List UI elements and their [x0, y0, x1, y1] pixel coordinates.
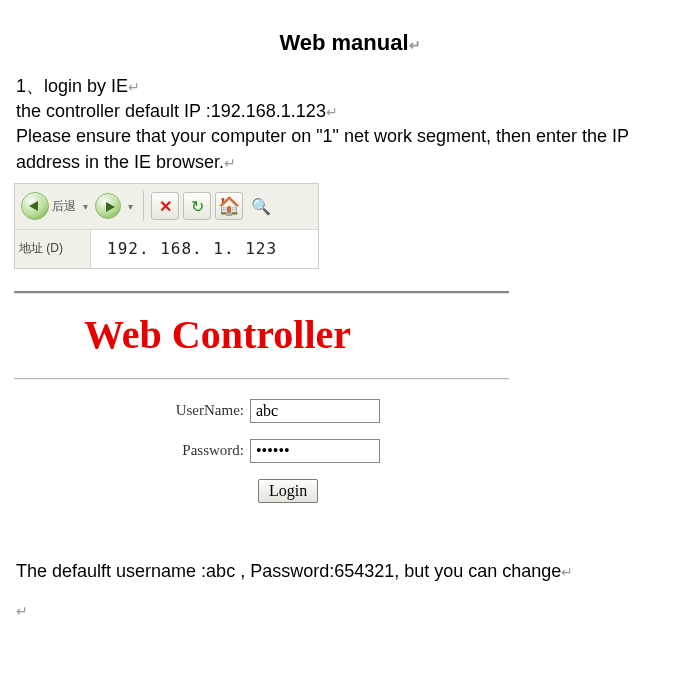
home-button[interactable]: 🏠 [215, 192, 243, 220]
line-break-mark: ↵ [224, 155, 236, 171]
toolbar-separator [143, 191, 144, 221]
back-icon [21, 192, 49, 220]
login-heading: Web Controller [14, 293, 509, 366]
address-label: 地址 (D) [15, 230, 91, 268]
line-break-mark: ↵ [16, 603, 28, 619]
chevron-down-icon[interactable] [124, 201, 136, 212]
footer-line: The defaulft username :abc , Password:65… [16, 561, 561, 581]
login-button-row: Login [14, 471, 509, 503]
stop-button[interactable]: ✕ [151, 192, 179, 220]
password-label: Password: [164, 442, 244, 459]
password-input[interactable] [250, 439, 380, 463]
intro-line-1: 1、login by IE [16, 76, 128, 96]
password-row: Password: [14, 431, 509, 471]
intro-line-2: the controller default IP :192.168.1.123 [16, 101, 326, 121]
intro-paragraph: 1、login by IE↵ the controller default IP… [0, 74, 700, 175]
login-panel: Web Controller UserName: Password: Login [14, 279, 509, 513]
ie-toolbar-buttons: 后退 ✕ ↻ 🏠 🔍 [15, 184, 318, 230]
ie-address-bar: 地址 (D) 192. 168. 1. 123 [15, 230, 318, 268]
page-title-text: Web manual [279, 30, 408, 55]
line-break-mark: ↵ [561, 564, 573, 580]
footer-text: The defaulft username :abc , Password:65… [0, 513, 700, 623]
line-break-mark: ↵ [409, 37, 421, 53]
intro-line-3: Please ensure that your computer on "1" … [16, 126, 629, 171]
ie-toolbar: 后退 ✕ ↻ 🏠 🔍 地址 (D) 192. 168. 1. 123 [14, 183, 319, 269]
stop-icon: ✕ [159, 197, 172, 216]
page-title: Web manual↵ [0, 0, 700, 74]
forward-button-group[interactable] [95, 193, 136, 219]
username-row: UserName: [14, 391, 509, 431]
refresh-icon: ↻ [191, 197, 204, 216]
line-break-mark: ↵ [326, 104, 338, 120]
back-button-group[interactable]: 后退 [21, 192, 91, 220]
back-label: 后退 [52, 198, 76, 215]
forward-icon [95, 193, 121, 219]
divider [14, 378, 509, 379]
login-button[interactable]: Login [258, 479, 318, 503]
refresh-button[interactable]: ↻ [183, 192, 211, 220]
username-label: UserName: [164, 402, 244, 419]
chevron-down-icon[interactable] [79, 201, 91, 212]
search-button[interactable]: 🔍 [247, 192, 275, 220]
username-input[interactable] [250, 399, 380, 423]
address-input[interactable]: 192. 168. 1. 123 [91, 230, 318, 268]
search-icon: 🔍 [251, 197, 271, 216]
line-break-mark: ↵ [128, 79, 140, 95]
home-icon: 🏠 [218, 195, 240, 217]
